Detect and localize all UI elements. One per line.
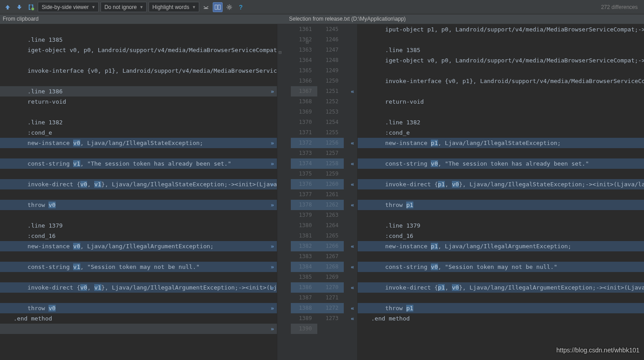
code-line[interactable] [358, 169, 644, 179]
code-line[interactable]: :cond_16 [0, 231, 277, 241]
apply-right-arrow[interactable]: » [268, 242, 276, 250]
compare-button[interactable] [26, 2, 36, 12]
code-line[interactable]: .end method [0, 313, 277, 324]
highlight-mode-dropdown[interactable]: Highlight words▼ [149, 2, 199, 12]
code-line[interactable]: new-instance v0, Ljava/lang/IllegalState… [0, 138, 277, 148]
code-line[interactable] [358, 251, 644, 262]
apply-right-arrow[interactable]: » [268, 304, 276, 312]
apply-right-arrow[interactable]: » [268, 139, 276, 147]
code-line[interactable] [358, 272, 644, 282]
settings-button[interactable] [224, 2, 234, 12]
code-line[interactable]: :cond_e [358, 127, 644, 138]
apply-right-arrow[interactable]: » [268, 180, 276, 188]
code-line[interactable] [358, 148, 644, 158]
code-line[interactable]: .line 1379 [0, 220, 277, 231]
viewer-mode-dropdown[interactable]: Side-by-side viewer▼ [38, 2, 99, 12]
code-line[interactable]: .line 1385 [358, 45, 644, 55]
code-line[interactable]: .line 1382 [358, 117, 644, 127]
code-line[interactable]: invoke-direct {p1, v0}, Ljava/lang/Illeg… [358, 179, 644, 189]
code-line[interactable] [0, 251, 277, 262]
code-line[interactable]: .line 1386 [0, 86, 277, 97]
code-line[interactable]: :cond_16 [358, 231, 644, 241]
code-line[interactable]: return-void [358, 97, 644, 107]
code-line[interactable]: throw p1 [358, 303, 644, 313]
code-line[interactable]: const-string v0, "The session token has … [358, 158, 644, 169]
apply-right-arrow[interactable]: » [268, 87, 276, 95]
code-line[interactable]: invoke-direct {p1, v0}, Ljava/lang/Illeg… [358, 282, 644, 293]
apply-right-arrow[interactable]: » [268, 201, 276, 209]
code-line[interactable] [0, 24, 277, 35]
apply-right-arrow[interactable]: » [268, 263, 276, 271]
code-line[interactable]: throw v0 [0, 303, 277, 313]
apply-left-arrow[interactable]: « [348, 201, 356, 209]
code-line[interactable]: const-string v0, "Session token may not … [358, 262, 644, 272]
code-line[interactable] [0, 324, 277, 334]
pane-headers: From clipboard Selection from release.tx… [0, 14, 644, 24]
apply-left-arrow[interactable]: « [348, 159, 356, 167]
code-line[interactable] [358, 66, 644, 76]
code-line[interactable] [0, 272, 277, 282]
code-line[interactable]: new-instance v0, Ljava/lang/IllegalArgum… [0, 241, 277, 251]
apply-left-arrow[interactable]: « [348, 314, 356, 322]
code-line[interactable] [358, 86, 644, 97]
code-line[interactable]: iget-object v0, p0, Landroid/support/v4/… [358, 55, 644, 66]
code-line[interactable] [358, 210, 644, 220]
apply-right-arrow[interactable]: » [268, 283, 276, 291]
code-line[interactable]: invoke-interface {v0, p1}, Landroid/supp… [358, 76, 644, 86]
line-number: 1383 [291, 251, 317, 262]
code-line[interactable]: iput-object p1, p0, Landroid/support/v4/… [358, 24, 644, 35]
code-line[interactable]: new-instance p1, Ljava/lang/IllegalState… [358, 138, 644, 148]
code-line[interactable]: .line 1382 [0, 117, 277, 127]
code-line[interactable] [358, 189, 644, 200]
line-number: 1381 [291, 231, 317, 241]
sync-scroll-button[interactable] [213, 2, 223, 12]
code-line[interactable] [358, 107, 644, 117]
line-number: 1265 [317, 231, 344, 241]
line-number: 1271 [317, 293, 344, 303]
code-line[interactable]: throw v0 [0, 200, 277, 210]
code-line[interactable]: invoke-direct {v0, v1}, Ljava/lang/Illeg… [0, 282, 277, 293]
left-line-numbers: 1361136213631364136513661367136813691370… [291, 24, 317, 360]
code-line[interactable] [0, 169, 277, 179]
code-line[interactable] [0, 189, 277, 200]
fold-icon[interactable]: ⊟ [279, 49, 282, 55]
apply-left-arrow[interactable]: « [348, 263, 356, 271]
code-line[interactable]: new-instance p1, Ljava/lang/IllegalArgum… [358, 241, 644, 251]
code-line[interactable]: iget-object v0, p0, Landroid/support/v4/… [0, 45, 277, 55]
ignore-mode-dropdown[interactable]: Do not ignore▼ [101, 2, 147, 12]
code-line[interactable] [358, 35, 644, 45]
code-line[interactable] [358, 324, 644, 334]
collapse-button[interactable] [201, 2, 211, 12]
apply-left-arrow[interactable]: « [348, 87, 356, 95]
code-line[interactable]: throw p1 [358, 200, 644, 210]
code-line[interactable]: invoke-interface {v0, p1}, Landroid/supp… [0, 66, 277, 76]
code-line[interactable]: .line 1379 [358, 220, 644, 231]
apply-left-arrow[interactable]: « [348, 304, 356, 312]
code-line[interactable]: .end method [358, 313, 644, 324]
apply-left-arrow[interactable]: « [348, 139, 356, 147]
apply-left-arrow[interactable]: « [348, 180, 356, 188]
code-line[interactable]: const-string v1, "The session token has … [0, 158, 277, 169]
code-line[interactable]: return-void [0, 97, 277, 107]
apply-left-arrow[interactable]: « [348, 242, 356, 250]
left-code-pane[interactable]: .line 1385 iget-object v0, p0, Landroid/… [0, 24, 277, 360]
code-line[interactable] [0, 55, 277, 66]
code-line[interactable]: .line 1385 [0, 35, 277, 45]
line-number: 1253 [317, 107, 344, 117]
help-button[interactable]: ? [236, 2, 246, 12]
code-line[interactable]: invoke-direct {v0, v1}, Ljava/lang/Illeg… [0, 179, 277, 189]
right-code-pane[interactable]: iput-object p1, p0, Landroid/support/v4/… [358, 24, 644, 360]
apply-right-arrow[interactable]: » [268, 325, 276, 333]
prev-diff-button[interactable] [3, 2, 13, 12]
code-line[interactable]: :cond_e [0, 127, 277, 138]
code-line[interactable] [0, 293, 277, 303]
code-line[interactable] [0, 210, 277, 220]
apply-right-arrow[interactable]: » [268, 159, 276, 167]
code-line[interactable]: const-string v1, "Session token may not … [0, 262, 277, 272]
code-line[interactable] [0, 76, 277, 86]
code-line[interactable] [0, 107, 277, 117]
next-diff-button[interactable] [14, 2, 24, 12]
code-line[interactable] [358, 293, 644, 303]
apply-left-arrow[interactable]: « [348, 283, 356, 291]
code-line[interactable] [0, 148, 277, 158]
